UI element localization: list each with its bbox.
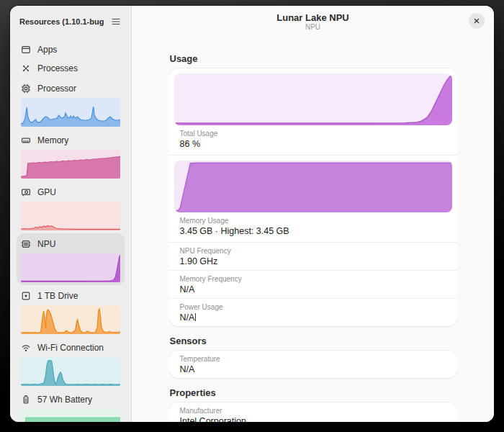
battery-icon <box>21 395 31 405</box>
hamburger-icon <box>111 17 121 27</box>
properties-section-header: Properties <box>170 387 457 398</box>
manufacturer-label: Manufacturer <box>180 407 446 415</box>
page-subtitle: NPU <box>305 23 320 32</box>
total-usage-chart <box>174 73 452 125</box>
sensors-card: Temperature N/A <box>169 351 457 378</box>
sidebar-item-label: Processes <box>37 63 78 73</box>
sidebar-header: Resources (1.10.1-bugfix… <box>10 6 131 37</box>
sidebar-item-processes[interactable]: Processes <box>17 59 125 78</box>
sidebar-item-memory[interactable]: Memory <box>17 130 125 181</box>
memory-usage-label: Memory Usage <box>180 217 446 225</box>
sidebar-item-processor[interactable]: Processor <box>17 78 125 130</box>
processes-icon <box>21 63 31 73</box>
memory-usage-row: Memory Usage 3.45 GB · Highest: 3.45 GB <box>169 155 457 242</box>
sidebar: Resources (1.10.1-bugfix… Apps <box>10 6 132 422</box>
battery-mini-chart <box>21 409 120 422</box>
sensors-section-header: Sensors <box>170 336 457 346</box>
close-icon <box>472 17 481 25</box>
usage-card: Total Usage 86 % Memory Usage 3.45 GB · … <box>169 68 457 326</box>
gpu-icon <box>21 187 31 197</box>
npu-icon <box>21 239 31 249</box>
total-usage-row: Total Usage 86 % <box>169 68 457 155</box>
npu-frequency-row: NPU Frequency 1.90 GHz <box>169 242 457 270</box>
memory-usage-chart <box>174 161 452 212</box>
sidebar-item-wifi[interactable]: Wi-Fi Connection <box>17 337 125 389</box>
sidebar-item-label: NPU <box>37 239 55 249</box>
memory-usage-value: 3.45 GB · Highest: 3.45 GB <box>180 226 446 236</box>
wifi-icon <box>21 343 31 353</box>
main-panel: Lunar Lake NPU NPU Usage <box>132 6 494 422</box>
usage-section-header: Usage <box>170 53 457 64</box>
sidebar-item-label: 1 TB Drive <box>37 291 78 301</box>
sidebar-item-gpu[interactable]: GPU <box>17 181 125 233</box>
sidebar-item-label: Processor <box>37 84 76 94</box>
power-usage-row: Power Usage N/A <box>169 298 457 326</box>
sidebar-item-drive[interactable]: 1 TB Drive <box>17 285 125 337</box>
memory-frequency-label: Memory Frequency <box>180 275 446 283</box>
sidebar-item-label: Apps <box>37 45 57 55</box>
sidebar-item-apps[interactable]: Apps <box>17 40 125 59</box>
detail-content: Usage Total Usage 86 % <box>169 37 457 422</box>
drive-mini-chart <box>21 305 120 334</box>
npu-mini-chart <box>21 253 120 282</box>
temperature-row: Temperature N/A <box>169 351 457 378</box>
processor-mini-chart <box>21 98 120 127</box>
page-title: Lunar Lake NPU <box>276 12 348 23</box>
memory-icon <box>21 135 31 145</box>
close-button[interactable] <box>469 13 485 29</box>
apps-icon <box>21 45 31 55</box>
processor-icon <box>21 84 31 94</box>
memory-frequency-row: Memory Frequency N/A <box>169 270 457 298</box>
npu-frequency-label: NPU Frequency <box>180 247 446 255</box>
wifi-mini-chart <box>21 357 120 386</box>
sidebar-item-label: 57 Wh Battery <box>37 395 92 405</box>
sidebar-nav: Apps Processes Processor <box>10 37 131 422</box>
total-usage-label: Total Usage <box>180 130 446 138</box>
main-menu-button[interactable] <box>108 14 124 30</box>
sidebar-item-battery[interactable]: 57 Wh Battery <box>17 389 125 422</box>
sidebar-item-label: Memory <box>37 135 68 145</box>
sidebar-item-npu[interactable]: NPU <box>17 233 125 285</box>
resources-window: Resources (1.10.1-bugfix… Apps <box>10 6 494 422</box>
manufacturer-row: Manufacturer Intel Corporation <box>169 402 457 422</box>
memory-frequency-value: N/A <box>180 284 446 294</box>
drive-icon <box>21 291 31 301</box>
temperature-value: N/A <box>180 364 446 374</box>
main-header: Lunar Lake NPU NPU <box>132 6 494 37</box>
text-cursor <box>195 313 196 321</box>
memory-mini-chart <box>21 150 120 179</box>
properties-card: Manufacturer Intel Corporation <box>169 402 457 422</box>
total-usage-value: 86 % <box>180 139 446 149</box>
power-usage-value: N/A <box>180 312 446 323</box>
app-title: Resources (1.10.1-bugfix… <box>19 17 104 26</box>
gpu-mini-chart <box>21 202 120 230</box>
sidebar-item-label: Wi-Fi Connection <box>37 343 104 353</box>
npu-frequency-value: 1.90 GHz <box>180 256 446 266</box>
temperature-label: Temperature <box>180 355 446 363</box>
power-usage-label: Power Usage <box>180 303 446 311</box>
sidebar-item-label: GPU <box>37 187 56 197</box>
manufacturer-value: Intel Corporation <box>180 416 446 422</box>
